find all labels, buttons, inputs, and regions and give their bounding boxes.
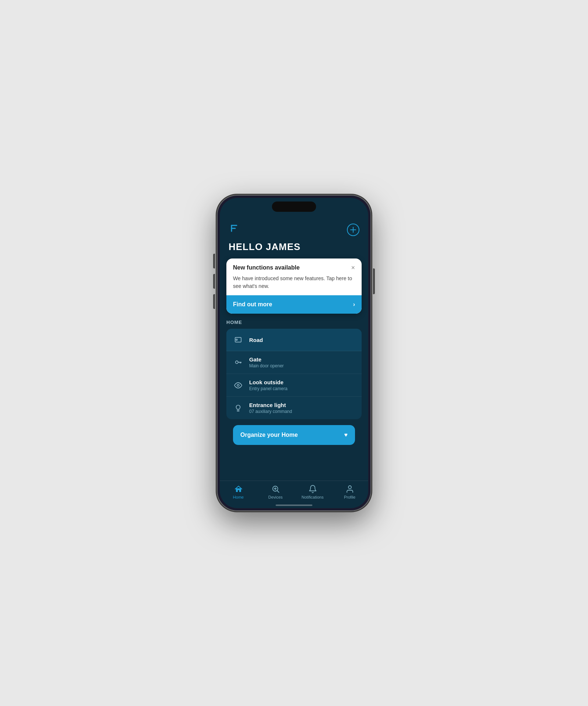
find-out-more-label: Find out more (233, 301, 272, 308)
close-button[interactable]: × (351, 264, 355, 271)
device-name-road: Road (249, 337, 356, 343)
greeting-text: HELLO JAMES (220, 240, 368, 258)
eye-icon (232, 379, 244, 391)
nav-label-profile: Profile (344, 495, 355, 499)
device-item-entrance-light[interactable]: Entrance light 07 auxiliary command (226, 397, 362, 419)
bulb-icon (232, 402, 244, 414)
svg-point-6 (236, 339, 237, 340)
svg-point-11 (237, 384, 239, 386)
home-indicator (276, 504, 312, 506)
card-body-text: We have introduced some new features. Ta… (233, 275, 355, 290)
device-name-gate: Gate (249, 356, 356, 363)
nav-item-devices[interactable]: Devices (257, 485, 294, 499)
nav-item-home[interactable]: Home (220, 485, 257, 499)
heart-icon: ♥ (344, 432, 348, 438)
notification-card: New functions available × We have introd… (226, 258, 362, 314)
device-item-road[interactable]: Road (226, 329, 362, 351)
device-name-entrance-light: Entrance light (249, 402, 356, 408)
app-header (220, 218, 368, 240)
svg-line-14 (277, 491, 279, 493)
nav-label-notifications: Notifications (302, 495, 324, 499)
nav-label-devices: Devices (268, 495, 283, 499)
devices-list: Road (226, 329, 362, 419)
home-section: HOME Road (220, 320, 368, 481)
device-sub-look-outside: Entry panel camera (249, 386, 356, 391)
device-name-look-outside: Look outside (249, 379, 356, 385)
find-out-more-button[interactable]: Find out more › (226, 295, 362, 314)
app-logo (229, 222, 240, 237)
key-icon (232, 357, 244, 368)
nav-item-profile[interactable]: Profile (331, 485, 368, 499)
svg-point-17 (348, 486, 351, 489)
organize-home-button[interactable]: Organize your Home ♥ (233, 425, 355, 445)
organize-home-label: Organize your Home (240, 432, 298, 438)
device-sub-entrance-light: 07 auxiliary command (249, 409, 356, 414)
nav-item-notifications[interactable]: Notifications (294, 485, 331, 499)
road-icon (232, 334, 244, 346)
phone-notch (272, 202, 316, 212)
bottom-nav: Home Devices Notific (220, 481, 368, 508)
add-button[interactable] (347, 224, 359, 236)
chevron-right-icon: › (353, 301, 355, 308)
section-label: HOME (226, 320, 362, 325)
device-item-gate[interactable]: Gate Main door opener (226, 351, 362, 374)
card-title: New functions available (233, 264, 300, 271)
nav-label-home: Home (233, 495, 244, 499)
device-item-look-outside[interactable]: Look outside Entry panel camera (226, 374, 362, 397)
device-sub-gate: Main door opener (249, 363, 356, 368)
